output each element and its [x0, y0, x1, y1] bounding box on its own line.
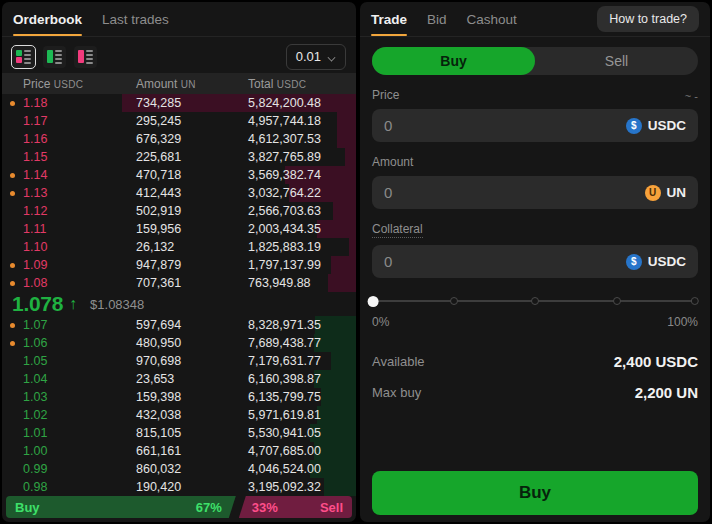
cell-amount: 676,329	[136, 132, 248, 146]
slider-stop[interactable]	[450, 297, 458, 305]
orderbook-tabbar: Orderbook Last trades	[2, 2, 356, 37]
cell-total: 3,827,765.89	[248, 150, 356, 164]
cell-price: 1.17	[2, 114, 136, 128]
cell-total: 5,530,941.05	[248, 426, 356, 440]
amount-input[interactable]: 0 U UN	[372, 176, 698, 209]
price-placeholder: 0	[384, 117, 626, 134]
cell-price: 1.18	[2, 96, 136, 110]
column-total: Total USDC	[248, 77, 356, 91]
slider-handle[interactable]	[368, 296, 379, 307]
toggle-sell[interactable]: Sell	[535, 47, 698, 75]
orderbook-row-ask[interactable]: 1.11159,9562,003,434.35	[2, 220, 356, 238]
available-label: Available	[372, 354, 425, 369]
book-view-bids-icon[interactable]	[43, 46, 66, 68]
orderbook-row-ask[interactable]: 1.17295,2454,957,744.18	[2, 112, 356, 130]
price-label: Price	[372, 88, 399, 102]
cell-total: 5,971,619.81	[248, 408, 356, 422]
amount-asset-label: UN	[667, 185, 687, 200]
cell-price: 1.14	[2, 168, 136, 182]
tab-bid[interactable]: Bid	[427, 2, 447, 36]
cell-amount: 860,032	[136, 462, 248, 476]
cell-total: 5,824,200.48	[248, 96, 356, 110]
cell-amount: 295,245	[136, 114, 248, 128]
cell-amount: 661,161	[136, 444, 248, 458]
tab-last-trades[interactable]: Last trades	[102, 2, 169, 36]
cell-price: 1.16	[2, 132, 136, 146]
slider-stop[interactable]	[691, 297, 699, 305]
orderbook-row-ask[interactable]: 1.14470,7183,569,382.74	[2, 166, 356, 184]
cell-total: 2,003,434.35	[248, 222, 356, 236]
cell-price: 1.11	[2, 222, 136, 236]
cell-amount: 947,879	[136, 258, 248, 272]
percent-slider[interactable]	[372, 295, 698, 307]
collateral-label: Collateral	[372, 222, 423, 238]
ratio-sell-percent: 33%	[252, 500, 278, 515]
cell-total: 7,689,438.77	[248, 336, 356, 350]
cell-price: 1.05	[2, 354, 136, 368]
orderbook-row-bid[interactable]: 0.98190,4203,195,092.32	[2, 478, 356, 496]
slider-max-label: 100%	[667, 315, 698, 329]
orderbook-row-bid[interactable]: 0.99860,0324,046,524.00	[2, 460, 356, 478]
column-amount: Amount UN	[136, 77, 248, 91]
cell-total: 3,032,764.22	[248, 186, 356, 200]
orderbook-row-bid[interactable]: 1.03159,3986,135,799.75	[2, 388, 356, 406]
cell-price: 1.09	[2, 258, 136, 272]
cell-price: 1.01	[2, 426, 136, 440]
book-view-both-icon[interactable]	[12, 46, 35, 68]
max-buy-value: 2,200 UN	[635, 384, 698, 401]
book-view-asks-icon[interactable]	[74, 46, 97, 68]
cell-total: 1,825,883.19	[248, 240, 356, 254]
tab-cashout[interactable]: Cashout	[467, 2, 517, 36]
orderbook-row-ask[interactable]: 1.15225,6813,827,765.89	[2, 148, 356, 166]
price-conversion-hint: ~ -	[685, 90, 698, 102]
trade-body: Buy Sell Price ~ - 0 $ USDC Amount 0 U U…	[360, 47, 710, 522]
usd-price: $1.08348	[90, 297, 144, 312]
orderbook-row-bid[interactable]: 1.06480,9507,689,438.77	[2, 334, 356, 352]
tab-trade[interactable]: Trade	[371, 2, 407, 36]
bids-list: 1.07597,6948,328,971.351.06480,9507,689,…	[2, 316, 356, 496]
orderbook-row-ask[interactable]: 1.16676,3294,612,307.53	[2, 130, 356, 148]
orderbook-controls: 0.01	[2, 40, 356, 73]
cell-total: 6,160,398.87	[248, 372, 356, 386]
orderbook-row-ask[interactable]: 1.12502,9192,566,703.63	[2, 202, 356, 220]
collateral-input[interactable]: 0 $ USDC	[372, 245, 698, 278]
orderbook-row-bid[interactable]: 1.0423,6536,160,398.87	[2, 370, 356, 388]
cell-amount: 970,698	[136, 354, 248, 368]
orderbook-row-bid[interactable]: 1.05970,6987,179,631.77	[2, 352, 356, 370]
toggle-buy[interactable]: Buy	[372, 47, 535, 75]
orderbook-row-bid[interactable]: 1.00661,1614,707,685.00	[2, 442, 356, 460]
ratio-sell-segment: 33% Sell	[239, 496, 352, 518]
chevron-down-icon	[328, 53, 336, 61]
cell-total: 3,569,382.74	[248, 168, 356, 182]
slider-stop[interactable]	[531, 297, 539, 305]
collateral-asset-chip: $ USDC	[626, 254, 686, 270]
cell-amount: 159,956	[136, 222, 248, 236]
cell-price: 1.15	[2, 150, 136, 164]
orderbook-row-ask[interactable]: 1.09947,8791,797,137.99	[2, 256, 356, 274]
cell-total: 7,179,631.77	[248, 354, 356, 368]
price-input[interactable]: 0 $ USDC	[372, 109, 698, 142]
orderbook-row-ask[interactable]: 1.13412,4433,032,764.22	[2, 184, 356, 202]
cell-price: 1.04	[2, 372, 136, 386]
buy-submit-button[interactable]: Buy	[372, 471, 698, 515]
slider-stop[interactable]	[613, 297, 621, 305]
max-buy-row: Max buy 2,200 UN	[372, 384, 698, 401]
cell-total: 4,612,307.53	[248, 132, 356, 146]
orderbook-row-ask[interactable]: 1.18734,2855,824,200.48	[2, 94, 356, 112]
cell-total: 6,135,799.75	[248, 390, 356, 404]
orderbook-row-bid[interactable]: 1.02432,0385,971,619.81	[2, 406, 356, 424]
cell-price: 1.07	[2, 318, 136, 332]
cell-amount: 225,681	[136, 150, 248, 164]
available-row: Available 2,400 USDC	[372, 353, 698, 370]
orderbook-row-bid[interactable]: 1.07597,6948,328,971.35	[2, 316, 356, 334]
orderbook-row-ask[interactable]: 1.08707,361763,949.88	[2, 274, 356, 292]
cell-amount: 815,105	[136, 426, 248, 440]
usdc-icon: $	[626, 118, 642, 134]
orderbook-row-bid[interactable]: 1.01815,1055,530,941.05	[2, 424, 356, 442]
cell-total: 1,797,137.99	[248, 258, 356, 272]
precision-dropdown[interactable]: 0.01	[286, 44, 346, 70]
how-to-trade-button[interactable]: How to trade?	[597, 6, 699, 32]
tab-orderbook[interactable]: Orderbook	[13, 2, 82, 36]
mid-price-row: 1.078 ↑ $1.08348	[2, 292, 356, 316]
orderbook-row-ask[interactable]: 1.1026,1321,825,883.19	[2, 238, 356, 256]
